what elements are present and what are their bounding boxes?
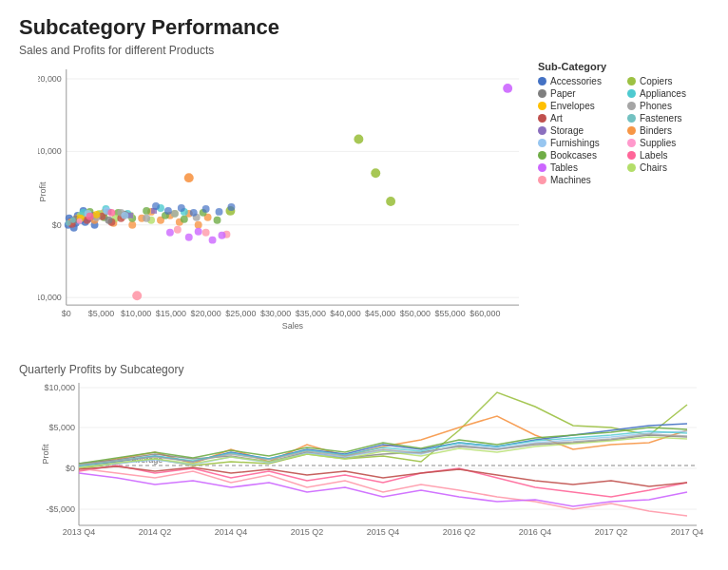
svg-text:$20,000: $20,000 xyxy=(38,74,62,84)
legend-item: Tables xyxy=(538,162,620,173)
svg-point-63 xyxy=(503,84,512,93)
legend-title: Sub-Category xyxy=(538,61,709,72)
legend-item: Binders xyxy=(627,125,709,136)
svg-text:$10,000: $10,000 xyxy=(121,309,151,318)
scatter-chart: $20,000 $10,000 $0 -$10,000 $0 $5,000 $1… xyxy=(19,59,528,353)
svg-text:$0: $0 xyxy=(52,220,62,230)
legend-item: Envelopes xyxy=(538,101,620,111)
line-subtitle: Quarterly Profits by Subcategory xyxy=(19,363,709,376)
svg-text:$50,000: $50,000 xyxy=(400,309,431,318)
legend-item: Supplies xyxy=(627,138,709,148)
svg-point-62 xyxy=(219,232,226,239)
binders-icon xyxy=(627,126,636,135)
svg-text:$0: $0 xyxy=(66,464,75,473)
svg-point-59 xyxy=(185,234,193,241)
svg-text:$40,000: $40,000 xyxy=(330,309,360,318)
svg-point-116 xyxy=(164,207,172,215)
art-icon xyxy=(538,114,546,123)
legend-item: Machines xyxy=(538,175,620,185)
legend-grid: Accessories Copiers Paper Appliances xyxy=(538,76,709,185)
legend-item: Labels xyxy=(627,150,709,161)
svg-text:$5,000: $5,000 xyxy=(48,423,75,432)
svg-point-55 xyxy=(174,226,182,234)
svg-point-96 xyxy=(171,210,179,218)
svg-point-111 xyxy=(66,220,71,226)
svg-text:$10,000: $10,000 xyxy=(38,146,62,156)
line-svg: $10,000 $5,000 $0 -$5,000 Profit 2013 Q4… xyxy=(38,378,709,568)
legend-item: Storage xyxy=(538,125,620,136)
legend-item: Bookcases xyxy=(538,150,620,161)
legend-item: Copiers xyxy=(627,76,709,86)
svg-text:$5,000: $5,000 xyxy=(88,309,114,318)
svg-point-60 xyxy=(195,228,202,236)
svg-point-51 xyxy=(195,221,202,229)
furnishings-icon xyxy=(538,139,546,147)
svg-text:2017 Q2: 2017 Q2 xyxy=(595,527,628,537)
phones-icon xyxy=(627,102,636,110)
scatter-legend: Sub-Category Accessories Copiers Paper xyxy=(528,59,709,353)
svg-text:$20,000: $20,000 xyxy=(190,309,220,318)
chairs-icon xyxy=(627,163,636,172)
tables-icon xyxy=(538,163,546,172)
svg-point-44 xyxy=(128,221,136,229)
svg-point-105 xyxy=(93,211,101,218)
legend-item: Phones xyxy=(627,101,709,111)
svg-text:Sales: Sales xyxy=(282,321,304,331)
svg-point-108 xyxy=(354,135,363,144)
bookcases-icon xyxy=(538,151,546,160)
supplies-icon xyxy=(627,139,636,147)
svg-text:2015 Q4: 2015 Q4 xyxy=(367,527,400,537)
legend-item: Fasteners xyxy=(627,113,709,124)
svg-point-112 xyxy=(70,218,76,223)
svg-text:$55,000: $55,000 xyxy=(435,309,466,318)
svg-point-70 xyxy=(181,216,188,223)
svg-text:$0: $0 xyxy=(62,309,71,318)
svg-point-121 xyxy=(227,203,235,211)
svg-point-58 xyxy=(166,229,174,237)
svg-text:-$10,000: -$10,000 xyxy=(38,293,62,302)
svg-point-91 xyxy=(105,217,112,224)
svg-point-54 xyxy=(132,291,142,300)
svg-text:2014 Q2: 2014 Q2 xyxy=(139,527,172,537)
svg-point-119 xyxy=(202,205,210,213)
svg-text:$30,000: $30,000 xyxy=(260,309,291,318)
legend-item: Paper xyxy=(538,88,620,99)
legend-item: Accessories xyxy=(538,76,620,86)
svg-text:Profit: Profit xyxy=(41,444,50,465)
legend-item: Appliances xyxy=(627,88,709,99)
line-section: Quarterly Profits by Subcategory $10,000… xyxy=(19,363,709,570)
svg-text:2014 Q4: 2014 Q4 xyxy=(215,527,248,537)
svg-text:2016 Q4: 2016 Q4 xyxy=(519,527,552,537)
svg-text:2015 Q2: 2015 Q2 xyxy=(291,527,324,537)
legend-item: Chairs xyxy=(627,162,709,173)
main-container: Subcategory Performance Sales and Profit… xyxy=(0,0,728,570)
fasteners-icon xyxy=(627,114,636,123)
svg-point-68 xyxy=(143,207,150,215)
svg-point-107 xyxy=(107,209,115,217)
accessories-icon xyxy=(538,77,546,86)
storage-icon xyxy=(538,126,546,135)
scatter-subtitle: Sales and Profits for different Products xyxy=(19,44,709,57)
legend-item: Furnishings xyxy=(538,138,620,148)
copiers-icon xyxy=(627,77,636,86)
svg-point-53 xyxy=(184,173,194,182)
svg-text:2017 Q4: 2017 Q4 xyxy=(671,527,704,537)
labels-icon xyxy=(627,151,636,160)
svg-text:Profit: Profit xyxy=(38,181,48,201)
svg-point-95 xyxy=(143,215,150,222)
svg-point-56 xyxy=(202,229,210,237)
svg-point-103 xyxy=(121,212,128,219)
svg-point-109 xyxy=(371,168,380,178)
machines-icon xyxy=(538,176,546,184)
svg-text:$10,000: $10,000 xyxy=(44,383,75,392)
svg-text:$15,000: $15,000 xyxy=(156,309,186,318)
svg-text:2016 Q2: 2016 Q2 xyxy=(443,527,476,537)
svg-text:$45,000: $45,000 xyxy=(365,309,395,318)
scatter-svg: $20,000 $10,000 $0 -$10,000 $0 $5,000 $1… xyxy=(38,59,528,334)
scatter-section: Sales and Profits for different Products xyxy=(19,44,709,353)
svg-point-113 xyxy=(77,218,83,224)
svg-text:-$5,000: -$5,000 xyxy=(46,504,75,514)
svg-point-118 xyxy=(190,209,198,217)
svg-point-117 xyxy=(178,204,185,212)
svg-point-61 xyxy=(209,237,217,244)
